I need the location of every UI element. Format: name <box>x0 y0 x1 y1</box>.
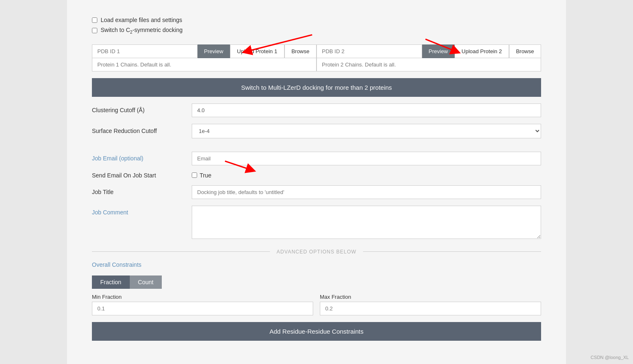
protein2-group: Preview Upload Protein 2 Browse <box>316 44 541 58</box>
email-label: Job Email (optional) <box>92 155 192 162</box>
email-input[interactable] <box>192 152 541 165</box>
job-comment-label: Job Comment <box>92 206 192 216</box>
min-max-row: Min Fraction Max Fraction <box>92 294 541 315</box>
upload-protein-2-button[interactable]: Upload Protein 2 <box>455 44 509 58</box>
send-email-checkbox[interactable] <box>192 172 197 178</box>
job-title-input[interactable] <box>192 185 541 199</box>
constraints-label: Overall Constraints <box>92 261 141 268</box>
min-fraction-input[interactable] <box>92 302 313 315</box>
send-email-label: Send Email On Job Start <box>92 172 192 179</box>
switch-c2-row: Switch to C2-symmetric docking <box>92 27 541 34</box>
upload-protein-1-button[interactable]: Upload Protein 1 <box>230 44 284 58</box>
watermark: CSDN @loong_XL <box>591 355 629 360</box>
main-container: Load example files and settings Switch t… <box>67 0 566 364</box>
email-row: Job Email (optional) <box>92 152 541 165</box>
load-example-row: Load example files and settings <box>92 17 541 23</box>
advanced-divider: ADVANCED OPTIONS BELOW <box>92 249 541 255</box>
surface-reduction-label: Surface Reduction Cutoff <box>92 128 192 134</box>
clustering-label: Clustering Cutoff (Å) <box>92 107 192 113</box>
divider-right <box>363 251 541 252</box>
protein1-group: Preview Upload Protein 1 Browse <box>92 44 316 58</box>
browse-1-button[interactable]: Browse <box>284 44 316 58</box>
add-residue-button[interactable]: Add Residue-Residue Constraints <box>92 322 541 341</box>
max-fraction-input[interactable] <box>320 302 541 315</box>
constraints-section: Overall Constraints Fraction Count Min F… <box>92 261 541 315</box>
job-title-label: Job Title <box>92 189 192 195</box>
pdb-id-2-input[interactable] <box>316 44 422 58</box>
job-title-row: Job Title <box>92 185 541 199</box>
fraction-button[interactable]: Fraction <box>92 275 130 289</box>
pdb-id-1-input[interactable] <box>92 44 198 58</box>
divider-left <box>92 251 270 252</box>
clustering-row: Clustering Cutoff (Å) <box>92 103 541 117</box>
send-email-true-label: True <box>200 172 211 179</box>
max-fraction-group: Max Fraction <box>320 294 541 315</box>
switch-c2-checkbox[interactable] <box>92 28 97 33</box>
surface-reduction-row: Surface Reduction Cutoff 1e-4 1e-3 1e-5 … <box>92 124 541 138</box>
job-comment-row: Job Comment <box>92 206 541 239</box>
max-fraction-label: Max Fraction <box>320 294 541 300</box>
load-example-label: Load example files and settings <box>101 17 182 23</box>
preview-2-button[interactable]: Preview <box>422 44 455 58</box>
min-fraction-label: Min Fraction <box>92 294 313 300</box>
multi-lzerd-button[interactable]: Switch to Multi-LZerD docking for more t… <box>92 78 541 97</box>
protein2-chains-input[interactable] <box>316 58 541 71</box>
clustering-input[interactable] <box>192 103 541 117</box>
protein1-chains-input[interactable] <box>92 58 316 71</box>
job-comment-textarea[interactable] <box>192 206 541 239</box>
protein-inputs-row: Preview Upload Protein 1 Browse Preview … <box>92 44 541 58</box>
min-fraction-group: Min Fraction <box>92 294 313 315</box>
preview-1-button[interactable]: Preview <box>198 44 230 58</box>
count-button[interactable]: Count <box>130 275 162 289</box>
surface-reduction-select[interactable]: 1e-4 1e-3 1e-5 1e-6 <box>192 124 541 138</box>
constraints-header-row: Overall Constraints <box>92 261 541 272</box>
load-example-checkbox[interactable] <box>92 17 97 23</box>
fraction-count-buttons: Fraction Count <box>92 275 541 289</box>
send-email-row: Send Email On Job Start True <box>92 172 541 179</box>
chain-inputs-row <box>92 58 541 71</box>
switch-c2-label: Switch to C2-symmetric docking <box>101 27 183 34</box>
send-email-checkbox-group: True <box>192 172 211 179</box>
advanced-label: ADVANCED OPTIONS BELOW <box>270 249 363 255</box>
browse-2-button[interactable]: Browse <box>509 44 541 58</box>
